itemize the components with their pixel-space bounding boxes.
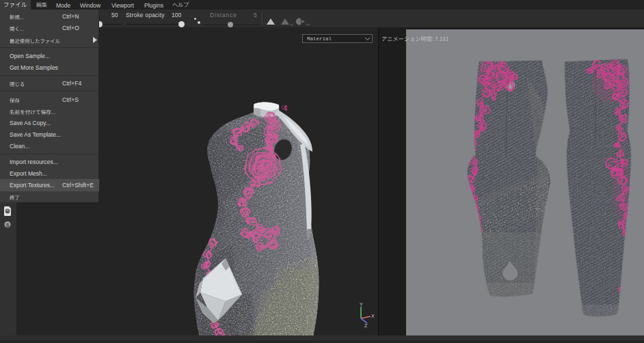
- svg-text:Y: Y: [360, 302, 363, 307]
- svg-text:Z: Z: [364, 323, 368, 328]
- svg-text:X: X: [371, 314, 375, 318]
- svg-text:S: S: [6, 223, 10, 228]
- svg-text:Material: Material: [307, 36, 332, 42]
